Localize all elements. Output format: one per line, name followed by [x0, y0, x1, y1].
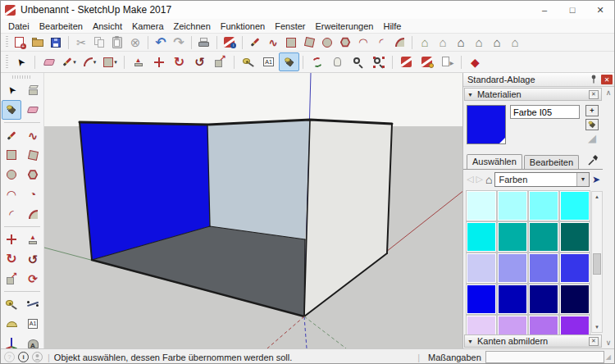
chevron-down-icon[interactable]: ▼: [576, 173, 589, 186]
menu-item-erweiterungen[interactable]: Erweiterungen: [311, 20, 379, 32]
color-swatch[interactable]: [498, 253, 527, 283]
text-icon[interactable]: A1: [23, 314, 43, 334]
share-model-icon[interactable]: [417, 52, 437, 71]
color-swatch[interactable]: [529, 222, 558, 252]
eraser-icon[interactable]: [23, 100, 43, 120]
rectangle-icon[interactable]: [2, 145, 21, 165]
menu-item-ansicht[interactable]: Ansicht: [88, 20, 127, 32]
set-default-material-button[interactable]: [585, 119, 599, 130]
create-material-button[interactable]: +: [585, 105, 599, 116]
paint-bucket-icon[interactable]: [2, 100, 21, 120]
export-icon[interactable]: ▸: [437, 52, 458, 71]
materials-close-button[interactable]: ✕: [589, 90, 599, 99]
circle-icon[interactable]: [2, 165, 21, 184]
tray-close-button[interactable]: ✕: [601, 75, 613, 84]
select-icon[interactable]: ➤: [2, 80, 21, 100]
color-swatch[interactable]: [529, 191, 558, 221]
eraser-icon[interactable]: [39, 52, 59, 71]
color-swatch[interactable]: [467, 284, 496, 314]
back-wall-face[interactable]: [207, 120, 310, 239]
text-icon[interactable]: A1: [258, 52, 279, 71]
scale-icon[interactable]: ↗: [210, 52, 230, 71]
print-icon[interactable]: [195, 34, 213, 50]
material-name-input[interactable]: [510, 105, 580, 119]
new-file-icon[interactable]: +: [11, 34, 29, 50]
color-swatch[interactable]: [529, 284, 558, 314]
minimize-button[interactable]: –: [531, 1, 558, 19]
eyedropper-icon[interactable]: [588, 154, 599, 169]
push-pull-icon[interactable]: ▲: [23, 230, 43, 249]
make-component-icon[interactable]: [23, 80, 43, 100]
three-point-arc-icon[interactable]: ◜: [2, 204, 21, 224]
model-canvas[interactable]: [44, 73, 462, 348]
freehand-icon[interactable]: ∿: [264, 34, 282, 50]
pie-arc-icon[interactable]: ◔: [23, 184, 43, 204]
materials-section-header[interactable]: ▼ Materialien ✕: [464, 88, 602, 101]
geolocation-icon[interactable]: ?: [4, 352, 15, 362]
extension-warehouse-icon[interactable]: ◆: [465, 52, 485, 71]
color-swatch[interactable]: [560, 222, 590, 252]
push-pull-icon[interactable]: ▲: [128, 52, 148, 71]
collection-dropdown[interactable]: Farben ▼: [494, 172, 590, 187]
zoom-extents-icon[interactable]: [368, 52, 389, 71]
protractor-icon[interactable]: [2, 314, 21, 334]
menu-item-hilfe[interactable]: Hilfe: [378, 20, 406, 32]
undo-icon[interactable]: ↶: [152, 34, 170, 50]
arc-tools-icon[interactable]: ▾: [80, 52, 100, 71]
filled-arc-icon[interactable]: [23, 204, 43, 224]
redo-icon[interactable]: ↷: [170, 34, 188, 50]
maximize-button[interactable]: □: [558, 1, 586, 19]
color-swatch[interactable]: [467, 222, 496, 252]
color-swatch[interactable]: [560, 253, 590, 283]
view-right-icon[interactable]: ⌂: [470, 34, 488, 50]
freehand-icon[interactable]: ∿: [23, 125, 43, 145]
arc-icon[interactable]: ◜: [372, 34, 390, 50]
model-info-icon[interactable]: i: [221, 34, 239, 50]
circle-icon[interactable]: [318, 34, 336, 50]
rotated-rectangle-icon[interactable]: [23, 145, 43, 165]
follow-me-icon[interactable]: ↺: [23, 249, 43, 269]
color-swatch[interactable]: [529, 253, 558, 283]
view-top-icon[interactable]: ⌂: [434, 34, 452, 50]
menu-item-fenster[interactable]: Fenster: [270, 20, 310, 32]
color-swatch[interactable]: [498, 191, 527, 221]
tray-scroll-up-icon[interactable]: ∧: [606, 89, 612, 97]
two-point-arc-icon[interactable]: ◠: [354, 34, 372, 50]
collapse-icon[interactable]: ▼: [467, 339, 473, 344]
color-swatch[interactable]: [467, 253, 496, 283]
color-swatch[interactable]: [467, 191, 496, 221]
sample-paint-icon[interactable]: ➤: [592, 175, 600, 184]
tab-auswaehlen[interactable]: Auswählen: [467, 154, 522, 169]
measurements-input[interactable]: [485, 351, 604, 363]
menu-item-bearbeiten[interactable]: Bearbeiten: [34, 20, 88, 32]
zoom-icon[interactable]: [348, 52, 368, 71]
line-icon[interactable]: [246, 34, 264, 50]
tab-bearbeiten[interactable]: Bearbeiten: [524, 155, 579, 169]
rectangle-icon[interactable]: [282, 34, 300, 50]
menu-item-zeichnen[interactable]: Zeichnen: [169, 20, 216, 32]
soften-edges-close-button[interactable]: ✕: [589, 337, 599, 346]
delete-icon[interactable]: ⊗: [126, 34, 144, 50]
warehouse-3d-icon[interactable]: [396, 52, 417, 71]
scale-icon[interactable]: ↗: [2, 269, 21, 289]
move-icon[interactable]: [2, 230, 21, 249]
close-button[interactable]: ✕: [586, 1, 614, 19]
polygon-icon[interactable]: [23, 165, 43, 184]
tray-scroll-down-icon[interactable]: ∨: [606, 339, 612, 347]
viewport-3d[interactable]: [44, 73, 462, 348]
move-icon[interactable]: [148, 52, 169, 71]
view-iso-icon[interactable]: ⌂: [416, 34, 434, 50]
open-icon[interactable]: [29, 34, 47, 50]
scroll-thumb[interactable]: [593, 253, 601, 275]
forward-icon[interactable]: ▷: [476, 175, 482, 184]
follow-me-icon[interactable]: ↺: [189, 52, 210, 71]
save-icon[interactable]: [47, 34, 65, 50]
back-icon[interactable]: ◁: [467, 175, 473, 184]
menu-item-funktionen[interactable]: Funktionen: [216, 20, 270, 32]
rotate-icon[interactable]: ↻: [169, 52, 189, 71]
cut-icon[interactable]: ✂: [72, 34, 90, 50]
menu-item-kamera[interactable]: Kamera: [127, 20, 169, 32]
pan-icon[interactable]: [327, 52, 348, 71]
color-swatch[interactable]: [498, 222, 527, 252]
line-icon[interactable]: [2, 125, 21, 145]
